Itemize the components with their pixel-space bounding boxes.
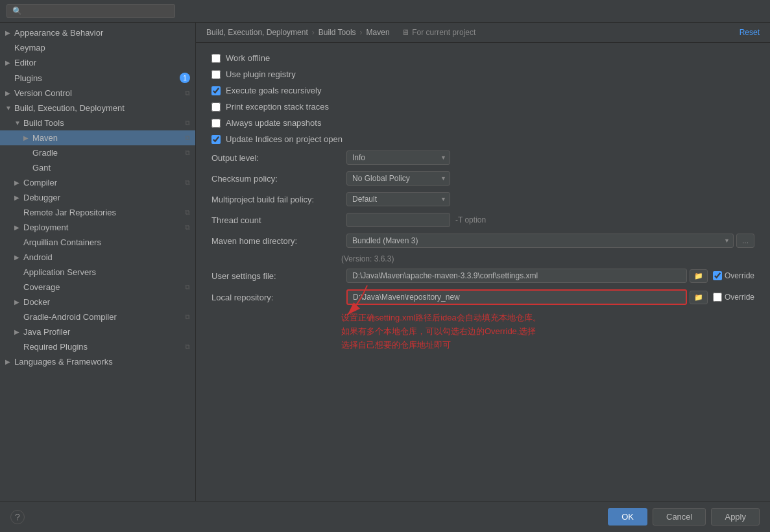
output-level-row: Output level: InfoDebugWarning [211,151,754,165]
annotation-text: 设置正确setting.xml路径后idea会自动填充本地仓库。如果有多个本地仓… [341,311,754,352]
search-input[interactable] [26,6,169,16]
checkbox-row-execute-goals: Execute goals recursively [211,86,754,95]
checkbox-label-work-offline[interactable]: Work offline [211,53,270,63]
sidebar-item-build-exec[interactable]: ▼Build, Execution, Deployment [0,101,195,115]
sidebar-item-coverage[interactable]: Coverage⧉ [0,280,195,295]
arrow-icon: ▶ [14,224,23,231]
sidebar-item-label: Editor [14,58,190,67]
t-option-label: -T option [455,215,486,224]
checkbox-always-update[interactable] [211,119,221,128]
arrow-icon: ▶ [23,134,32,141]
checkbox-work-offline[interactable] [211,54,221,63]
sidebar-item-gradle-android[interactable]: Gradle-Android Compiler⧉ [0,309,195,324]
multiproject-select[interactable]: DefaultFail at endNever fail [346,192,450,206]
copy-icon: ⧉ [185,313,190,321]
multiproject-policy-label: Multiproject build fail policy: [211,195,341,204]
sidebar-item-label: Appearance & Behavior [14,28,190,38]
sidebar-item-version-control[interactable]: ▶Version Control⧉ [0,86,195,101]
sidebar-item-appearance[interactable]: ▶Appearance & Behavior [0,25,195,40]
output-level-select[interactable]: InfoDebugWarning [346,151,450,165]
sidebar-item-label: Debugger [23,193,190,202]
sidebar-item-deployment[interactable]: ▶Deployment⧉ [0,220,195,235]
content-area: Build, Execution, Deployment › Build Too… [196,23,770,501]
sidebar-item-arquillian[interactable]: Arquillian Containers [0,235,195,250]
checkbox-row-print-exception: Print exception stack traces [211,102,754,112]
sidebar-item-keymap[interactable]: Keymap [0,40,195,55]
sidebar-item-remote-jar[interactable]: Remote Jar Repositories⧉ [0,205,195,220]
search-box[interactable]: 🔍 [6,4,175,18]
user-settings-folder-btn[interactable]: 📁 [690,269,708,283]
checkbox-label-always-update[interactable]: Always update snapshots [211,118,321,128]
thread-count-input[interactable] [346,213,450,227]
ok-button[interactable]: OK [608,508,647,526]
breadcrumb-path: Build, Execution, Deployment › Build Too… [206,28,475,37]
checkbox-label-use-plugin-registry[interactable]: Use plugin registry [211,69,296,79]
reset-link[interactable]: Reset [740,28,760,37]
user-settings-override[interactable]: Override [713,271,754,280]
checkbox-text-work-offline: Work offline [226,53,270,63]
cancel-button[interactable]: Cancel [653,508,706,526]
sidebar-item-app-servers[interactable]: Application Servers [0,265,195,280]
checkbox-execute-goals[interactable] [211,86,221,95]
checkbox-use-plugin-registry[interactable] [211,70,221,79]
arrow-icon: ▶ [14,194,23,201]
breadcrumb-sep-1: › [312,28,315,37]
sidebar-item-build-tools[interactable]: ▼Build Tools⧉ [0,115,195,130]
sidebar-item-label: Gradle-Android Compiler [23,312,182,322]
sidebar-item-label: Maven [32,133,182,143]
sidebar-item-gant[interactable]: Gant [0,160,195,175]
arrow-icon: ▼ [5,104,14,112]
sidebar-item-label: Docker [23,297,190,307]
user-settings-input[interactable] [346,269,687,283]
local-repo-override[interactable]: Override [713,293,754,302]
sidebar-item-gradle[interactable]: Gradle⧉ [0,145,195,160]
copy-icon: ⧉ [185,178,190,187]
checkbox-update-indices[interactable] [211,135,221,144]
sidebar-item-java-profiler[interactable]: ▶Java Profiler [0,324,195,339]
thread-count-row: Thread count -T option [211,213,754,227]
checkbox-label-print-exception[interactable]: Print exception stack traces [211,102,329,112]
output-level-select-wrapper: InfoDebugWarning [346,151,450,165]
sidebar-item-compiler[interactable]: ▶Compiler⧉ [0,175,195,190]
sidebar-item-docker[interactable]: ▶Docker [0,295,195,309]
sidebar-item-editor[interactable]: ▶Editor [0,55,195,70]
user-settings-row: User settings file: 📁 Override [211,269,754,283]
local-repo-wrapper: 📁 [346,289,708,305]
sidebar-item-label: Compiler [23,178,182,187]
sidebar-item-languages[interactable]: ▶Languages & Frameworks [0,354,195,369]
sidebar-item-maven[interactable]: ▶Maven⧉ [0,130,195,145]
sidebar-item-debugger[interactable]: ▶Debugger [0,190,195,205]
user-settings-override-checkbox[interactable] [713,271,722,280]
maven-home-browse-btn[interactable]: ... [736,234,754,248]
arrow-icon: ▶ [5,358,14,365]
arrow-icon: ▶ [14,298,23,306]
checkbox-print-exception[interactable] [211,103,221,112]
maven-home-select[interactable]: Bundled (Maven 3)Use Maven wrapperCustom [346,234,734,248]
sidebar-item-plugins[interactable]: Plugins1 [0,70,195,86]
checkboxes-container: Work offline Use plugin registry Execute… [211,53,754,144]
sidebar-item-label: Version Control [14,88,182,98]
sidebar-item-android[interactable]: ▶Android [0,250,195,265]
copy-icon: ⧉ [185,343,190,351]
copy-icon: ⧉ [185,149,190,157]
apply-button[interactable]: Apply [711,508,760,526]
breadcrumb-part-1: Build, Execution, Deployment [206,28,308,37]
arrow-icon: ▶ [5,59,14,66]
sidebar-item-required-plugins[interactable]: Required Plugins⧉ [0,339,195,354]
copy-icon: ⧉ [185,223,190,232]
checksum-policy-select-wrapper: No Global PolicyStrictWarn [346,171,450,186]
checksum-policy-label: Checksum policy: [211,174,341,184]
local-repo-override-checkbox[interactable] [713,293,722,302]
help-button[interactable]: ? [10,510,25,524]
sidebar-item-label: Java Profiler [23,327,190,337]
local-repo-input[interactable] [346,289,687,305]
checkbox-label-update-indices[interactable]: Update Indices on project open [211,134,343,144]
copy-icon: ⧉ [185,89,190,97]
local-repo-folder-btn[interactable]: 📁 [690,291,708,304]
checksum-policy-select[interactable]: No Global PolicyStrictWarn [346,171,450,186]
checksum-policy-row: Checksum policy: No Global PolicyStrictW… [211,171,754,186]
checkbox-label-execute-goals[interactable]: Execute goals recursively [211,86,321,95]
maven-home-wrapper: Bundled (Maven 3)Use Maven wrapperCustom… [346,234,754,248]
main-layout: ▶Appearance & BehaviorKeymap▶EditorPlugi… [0,23,770,501]
sidebar-item-label: Arquillian Containers [23,237,190,247]
